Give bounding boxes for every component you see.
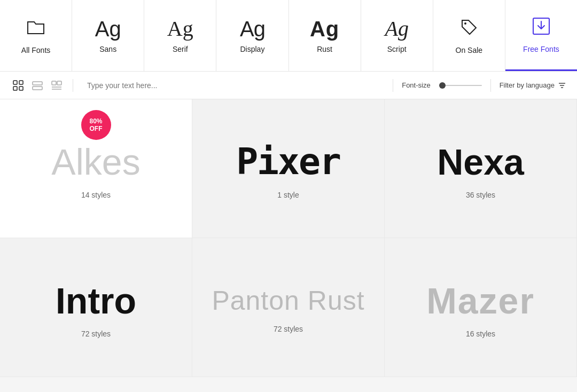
svg-rect-5 — [19, 87, 23, 90]
view-toggle-group — [11, 78, 64, 93]
sale-badge-off: OFF — [90, 125, 103, 132]
nav-item-on-sale[interactable]: On Sale — [433, 0, 505, 71]
font-card-mazer[interactable]: Mazer 16 styles — [385, 238, 577, 377]
svg-rect-7 — [33, 87, 42, 90]
nav-label-on-sale: On Sale — [456, 46, 483, 54]
font-name-intro: Intro — [56, 283, 136, 319]
toolbar-divider-1 — [73, 79, 73, 92]
compact-view-button[interactable] — [49, 78, 64, 93]
svg-rect-2 — [13, 81, 17, 84]
font-name-panton-rust: Panton Rust — [212, 287, 364, 314]
list-view-button[interactable] — [30, 78, 45, 93]
svg-rect-4 — [13, 87, 17, 90]
sale-badge-percent: 80% — [89, 117, 102, 125]
nav-label-sans: Sans — [99, 45, 116, 53]
nav-item-serif[interactable]: Ag Serif — [144, 0, 216, 71]
nav-item-display[interactable]: Ag Display — [216, 0, 288, 71]
nav-label-rust: Rust — [317, 45, 332, 53]
nav-item-rust[interactable]: Ag Rust — [289, 0, 361, 71]
font-card-panton-rust[interactable]: Panton Rust 72 styles — [192, 238, 385, 377]
filter-label-text: Filter by language — [500, 81, 555, 89]
filter-language-button[interactable]: Filter by language — [500, 81, 566, 90]
font-size-label: Font-size — [402, 81, 430, 89]
font-styles-pixer: 1 style — [277, 191, 299, 199]
font-grid-row2: Intro 72 styles Panton Rust 72 styles Ma… — [0, 238, 577, 377]
nav-item-script[interactable]: Ag Script — [361, 0, 433, 71]
folder-icon — [26, 17, 46, 41]
font-card-intro[interactable]: Intro 72 styles — [0, 238, 192, 377]
font-name-mazer: Mazer — [426, 283, 535, 319]
ag-display-icon: Ag — [240, 18, 265, 40]
font-grid-row1: 80% OFF Alkes 14 styles Pixer 1 style Ne… — [0, 99, 577, 238]
svg-rect-6 — [33, 82, 42, 85]
toolbar-divider-3 — [490, 79, 491, 92]
font-name-nexa: Nexa — [437, 144, 524, 180]
filter-icon — [558, 81, 566, 90]
svg-point-0 — [464, 22, 466, 25]
grid-view-button[interactable] — [11, 78, 26, 93]
font-styles-mazer: 16 styles — [466, 330, 495, 338]
toolbar: Font-size Filter by language — [0, 72, 577, 99]
ag-rust-icon: Ag — [310, 18, 339, 40]
top-nav: All Fonts Ag Sans Ag Serif Ag Display Ag… — [0, 0, 577, 72]
font-card-nexa[interactable]: Nexa 36 styles — [385, 99, 577, 238]
font-styles-alkes: 14 styles — [81, 191, 111, 199]
ag-script-icon: Ag — [385, 18, 408, 40]
font-size-slider[interactable] — [439, 85, 482, 86]
svg-rect-8 — [52, 81, 56, 85]
nav-label-script: Script — [387, 45, 407, 53]
nav-label-display: Display — [240, 45, 264, 53]
ag-serif-icon: Ag — [167, 18, 193, 40]
nav-item-free-fonts[interactable]: Free Fonts — [505, 0, 577, 71]
font-name-pixer: Pixer — [236, 144, 340, 180]
font-name-alkes: Alkes — [51, 144, 140, 180]
ag-sans-icon: Ag — [95, 18, 121, 40]
tag-icon — [459, 17, 479, 41]
font-card-alkes[interactable]: 80% OFF Alkes 14 styles — [0, 99, 192, 238]
font-card-pixer[interactable]: Pixer 1 style — [192, 99, 385, 238]
font-styles-nexa: 36 styles — [466, 191, 495, 199]
slider-track — [439, 85, 482, 86]
svg-rect-3 — [19, 81, 23, 84]
download-icon — [531, 16, 551, 40]
nav-item-sans[interactable]: Ag Sans — [72, 0, 144, 71]
preview-text-input[interactable] — [82, 81, 384, 90]
nav-item-all-fonts[interactable]: All Fonts — [0, 0, 72, 71]
font-styles-panton-rust: 72 styles — [274, 325, 303, 333]
slider-thumb — [439, 82, 446, 89]
svg-rect-9 — [57, 81, 61, 85]
toolbar-divider-2 — [393, 79, 393, 92]
nav-label-all-fonts: All Fonts — [21, 46, 50, 54]
sale-badge: 80% OFF — [81, 110, 111, 140]
nav-label-free-fonts: Free Fonts — [523, 45, 559, 53]
nav-label-serif: Serif — [173, 45, 188, 53]
font-styles-intro: 72 styles — [81, 330, 111, 338]
